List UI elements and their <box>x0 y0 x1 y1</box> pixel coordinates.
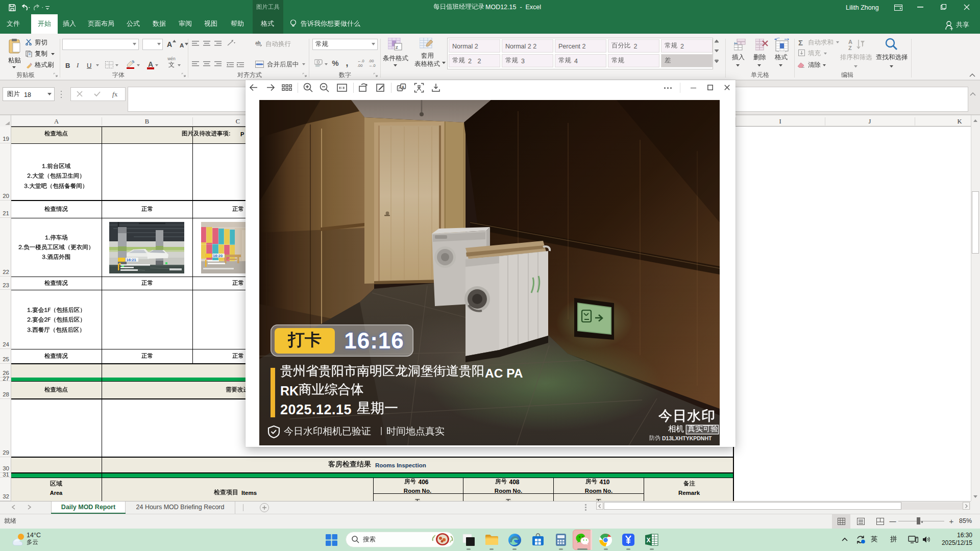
svg-text:Z: Z <box>848 45 852 51</box>
svg-text:16:21: 16:21 <box>127 258 136 262</box>
svg-text:.00: .00 <box>357 63 362 67</box>
svg-text:ab: ab <box>255 40 261 45</box>
svg-text:16:20: 16:20 <box>213 254 223 258</box>
svg-text:→.0: →.0 <box>369 63 376 67</box>
svg-text:.00: .00 <box>369 59 374 63</box>
svg-text:A: A <box>402 85 405 89</box>
svg-text:X: X <box>647 537 651 544</box>
svg-text:≠: ≠ <box>396 45 398 50</box>
svg-text:A: A <box>848 39 852 45</box>
svg-text:←.0: ←.0 <box>357 59 364 63</box>
